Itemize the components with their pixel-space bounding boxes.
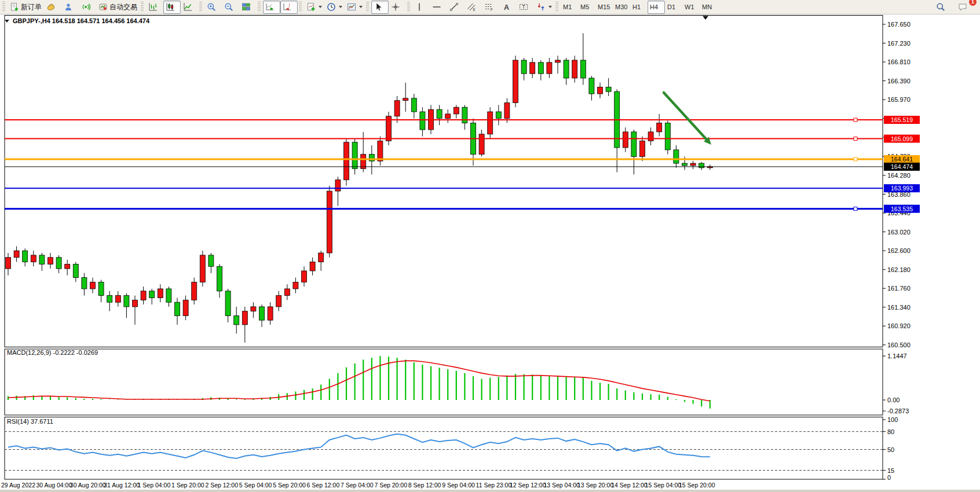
arrows-button[interactable] [534, 1, 554, 14]
macd-pane[interactable] [5, 349, 883, 415]
rsi-pane[interactable] [5, 417, 883, 480]
candle[interactable] [682, 163, 688, 166]
candle[interactable] [73, 264, 78, 277]
candlestick-chart-button[interactable] [163, 1, 181, 14]
candle[interactable] [496, 112, 501, 119]
zoom-in-button[interactable] [204, 1, 222, 14]
main-pane[interactable] [5, 16, 883, 347]
candle[interactable] [547, 63, 552, 74]
line-handle[interactable] [854, 207, 857, 211]
candle[interactable] [657, 123, 662, 131]
candle[interactable] [394, 101, 400, 116]
tf-m1[interactable]: M1 [561, 1, 578, 14]
candle[interactable] [209, 255, 214, 266]
candle[interactable] [521, 60, 526, 74]
candle[interactable] [445, 114, 451, 119]
crosshair-button[interactable] [389, 1, 406, 14]
periods-button[interactable] [324, 1, 345, 14]
candle[interactable] [293, 282, 298, 289]
candle[interactable] [23, 251, 28, 262]
candle[interactable] [6, 258, 11, 269]
candle[interactable] [39, 255, 45, 264]
candle[interactable] [107, 296, 112, 303]
tf-h4[interactable]: H4 [648, 1, 665, 14]
bar-chart-button[interactable] [146, 1, 163, 14]
candle[interactable] [690, 163, 696, 166]
price-chart[interactable]: 167.650167.230166.810166.390165.970165.5… [0, 14, 980, 492]
chart-shift-button[interactable] [280, 1, 298, 14]
candle[interactable] [538, 63, 543, 74]
candle[interactable] [504, 103, 510, 119]
candle[interactable] [411, 98, 416, 112]
candle[interactable] [327, 191, 332, 253]
horizontal-line-button[interactable] [430, 1, 447, 14]
candle[interactable] [378, 141, 383, 161]
candle[interactable] [225, 291, 231, 316]
candle[interactable] [48, 258, 53, 265]
candle[interactable] [580, 60, 586, 78]
chevron-down-icon[interactable] [339, 6, 342, 8]
candle[interactable] [335, 180, 341, 191]
candle[interactable] [403, 98, 408, 101]
candle[interactable] [183, 300, 188, 315]
tf-m5[interactable]: M5 [578, 1, 595, 14]
candle[interactable] [437, 109, 442, 118]
tf-d1[interactable]: D1 [665, 1, 682, 14]
text-button[interactable]: A [499, 1, 517, 14]
tf-m15[interactable]: M15 [595, 1, 613, 14]
candle[interactable] [284, 289, 290, 296]
candle[interactable] [310, 262, 315, 270]
templates-button[interactable] [345, 1, 365, 14]
candle[interactable] [479, 134, 484, 155]
candle[interactable] [420, 112, 425, 130]
candle[interactable] [82, 278, 87, 289]
candle[interactable] [319, 253, 324, 262]
candle[interactable] [65, 264, 70, 269]
line-handle[interactable] [854, 118, 857, 122]
candle[interactable] [623, 132, 628, 148]
new-order-button[interactable]: 新订单 [8, 1, 44, 14]
candle[interactable] [302, 271, 307, 282]
tf-w1[interactable]: W1 [682, 1, 700, 14]
fibonacci-button[interactable]: F [482, 1, 499, 14]
candle[interactable] [631, 132, 637, 157]
candle[interactable] [166, 289, 171, 302]
candle[interactable] [530, 63, 535, 74]
cursor-button[interactable] [371, 1, 389, 14]
vertical-line-button[interactable] [412, 1, 430, 14]
candle[interactable] [640, 141, 645, 156]
tf-h1[interactable]: H1 [630, 1, 648, 14]
line-handle[interactable] [854, 137, 857, 141]
line-chart-button[interactable] [181, 1, 198, 14]
candle[interactable] [352, 142, 357, 169]
candle[interactable] [141, 291, 146, 300]
chevron-down-icon[interactable] [319, 6, 322, 8]
chevron-down-icon[interactable] [548, 6, 552, 8]
candle[interactable] [598, 87, 603, 94]
candle[interactable] [555, 60, 561, 63]
auto-scroll-button[interactable] [263, 1, 280, 14]
candle[interactable] [268, 307, 273, 320]
candle[interactable] [488, 112, 493, 134]
candle[interactable] [133, 300, 138, 307]
candle[interactable] [674, 150, 679, 163]
market-button[interactable] [44, 1, 61, 14]
chat-button[interactable]: 1 [956, 1, 973, 14]
candle[interactable] [259, 307, 265, 320]
line-handle[interactable] [854, 157, 857, 161]
candle[interactable] [344, 142, 349, 180]
candle[interactable] [56, 258, 61, 269]
candle[interactable] [665, 123, 670, 149]
candle[interactable] [192, 282, 197, 300]
candle[interactable] [648, 132, 653, 141]
candle[interactable] [90, 282, 96, 289]
algo-trading-button[interactable]: 自动交易 [96, 1, 140, 14]
label-button[interactable]: T [517, 1, 534, 14]
candle[interactable] [14, 251, 19, 258]
signals-button[interactable] [79, 1, 96, 14]
candle[interactable] [699, 163, 704, 168]
candle[interactable] [276, 296, 281, 307]
candle[interactable] [513, 60, 518, 103]
chevron-down-icon[interactable] [359, 6, 363, 8]
candle[interactable] [124, 296, 129, 307]
